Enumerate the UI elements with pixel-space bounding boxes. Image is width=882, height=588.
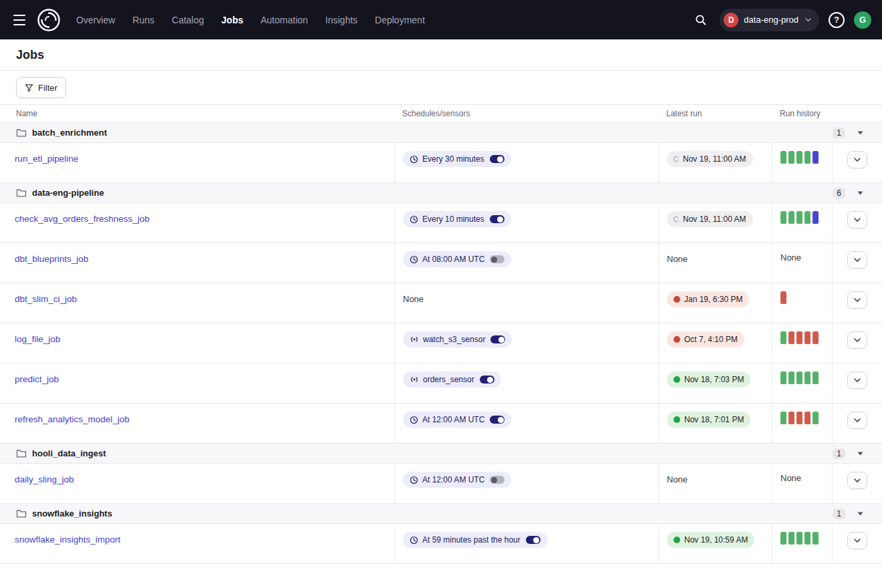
group-row-snowflake-insights[interactable]: snowflake_insights 1 (0, 504, 882, 524)
run-history-bar[interactable] (796, 151, 802, 164)
latest-run-pill[interactable]: Nov 18, 7:01 PM (667, 412, 750, 428)
schedule-toggle[interactable] (490, 255, 504, 263)
run-history-bar[interactable] (796, 412, 802, 424)
schedule-pill[interactable]: orders_sensor (403, 372, 501, 388)
folder-icon (16, 188, 27, 198)
run-history-bar[interactable] (796, 331, 802, 344)
run-history-bar[interactable] (788, 211, 794, 224)
schedule-toggle[interactable] (490, 476, 504, 484)
schedule-pill[interactable]: At 59 minutes past the hour (403, 532, 547, 548)
schedule-pill[interactable]: At 12:00 AM UTC (403, 472, 511, 488)
schedule-toggle[interactable] (480, 376, 494, 384)
run-history-bar[interactable] (780, 151, 786, 164)
job-name-link[interactable]: daily_sling_job (15, 474, 74, 484)
run-history (772, 283, 832, 323)
nav-link-catalog[interactable]: Catalog (172, 15, 204, 25)
job-name-link[interactable]: run_etl_pipeline (15, 154, 78, 164)
run-history-bar[interactable] (804, 372, 811, 384)
group-row-batch-enrichment[interactable]: batch_enrichment 1 (0, 123, 882, 143)
run-history-bar[interactable] (813, 372, 819, 384)
schedule-pill[interactable]: At 08:00 AM UTC (403, 251, 511, 267)
run-history-bar[interactable] (804, 211, 811, 224)
schedule-pill[interactable]: At 12:00 AM UTC (403, 412, 511, 428)
latest-run-pill[interactable]: Nov 18, 7:03 PM (667, 372, 750, 388)
nav-link-insights[interactable]: Insights (325, 15, 357, 25)
run-history (772, 203, 832, 243)
run-history-bar[interactable] (813, 151, 819, 164)
run-history-bar[interactable] (788, 412, 794, 424)
latest-run-pill[interactable]: Nov 19, 11:00 AM (667, 211, 753, 227)
nav-link-runs[interactable]: Runs (132, 15, 154, 25)
schedule-toggle[interactable] (490, 335, 505, 343)
expand-row-button[interactable] (847, 251, 867, 269)
filter-button[interactable]: Filter (16, 77, 66, 98)
deployment-switcher[interactable]: D data-eng-prod (720, 9, 819, 31)
nav-link-deployment[interactable]: Deployment (375, 15, 425, 25)
run-history-bar[interactable] (796, 372, 802, 384)
latest-run-label: Nov 19, 11:00 AM (683, 154, 746, 164)
job-name-link[interactable]: refresh_analytics_model_job (15, 414, 130, 424)
caret-down-icon[interactable] (855, 191, 866, 195)
nav-link-overview[interactable]: Overview (76, 15, 115, 25)
menu-button[interactable] (11, 13, 28, 27)
run-history-bar[interactable] (780, 291, 786, 304)
run-history-bar[interactable] (780, 372, 786, 384)
schedule-pill[interactable]: Every 10 minutes (403, 211, 511, 227)
dagster-logo[interactable] (36, 7, 61, 33)
job-name-link[interactable]: predict_job (15, 374, 59, 384)
nav-link-jobs[interactable]: Jobs (221, 15, 243, 25)
latest-run-pill[interactable]: Jan 19, 6:30 PM (667, 291, 749, 307)
expand-row-button[interactable] (847, 412, 867, 429)
user-avatar[interactable]: G (854, 11, 871, 29)
run-history-bar[interactable] (788, 372, 794, 384)
latest-run-cell: Nov 19, 10:59 AM Nov 19, 10:59 AM (658, 524, 772, 563)
expand-row-button[interactable] (847, 331, 867, 349)
nav-link-automation[interactable]: Automation (261, 15, 308, 25)
run-history-bar[interactable] (813, 412, 819, 424)
expand-row-button[interactable] (847, 472, 867, 489)
job-name-link[interactable]: dbt_blueprints_job (15, 254, 88, 264)
expand-row-button[interactable] (847, 211, 867, 229)
caret-down-icon[interactable] (855, 452, 866, 456)
caret-down-icon[interactable] (855, 131, 866, 135)
help-button[interactable]: ? (829, 12, 845, 28)
run-history-bar[interactable] (804, 151, 811, 164)
expand-row-button[interactable] (847, 532, 867, 549)
run-history-bar[interactable] (780, 412, 786, 424)
search-button[interactable] (692, 11, 710, 29)
run-history-bar[interactable] (813, 331, 819, 344)
expand-row-button[interactable] (847, 291, 867, 309)
run-history-bar[interactable] (796, 211, 802, 224)
schedule-toggle[interactable] (490, 215, 504, 223)
expand-row-button[interactable] (847, 151, 867, 168)
latest-run-pill[interactable]: Nov 19, 10:59 AM (667, 532, 754, 548)
group-row-data-eng-pipeline[interactable]: data-eng-pipeline 6 (0, 183, 882, 203)
job-name-link[interactable]: log_file_job (15, 334, 60, 344)
run-history-bar[interactable] (804, 331, 811, 344)
run-history-bar[interactable] (780, 211, 786, 224)
run-history-bar[interactable] (813, 211, 819, 224)
schedule-toggle[interactable] (490, 155, 504, 163)
run-history-bar[interactable] (813, 532, 819, 545)
schedule-toggle[interactable] (490, 416, 504, 424)
schedule-pill[interactable]: watch_s3_sensor (403, 331, 512, 347)
caret-down-icon[interactable] (855, 512, 866, 516)
job-name-link[interactable]: dbt_slim_ci_job (15, 294, 77, 304)
run-history-bar[interactable] (796, 532, 802, 545)
latest-run-pill[interactable]: Nov 19, 11:00 AM (667, 151, 753, 167)
run-history-bar[interactable] (788, 532, 794, 545)
latest-run-pill[interactable]: Oct 7, 4:10 PM (667, 331, 744, 347)
expand-row-button[interactable] (847, 372, 867, 389)
run-history-bar[interactable] (780, 331, 786, 344)
group-row-hooli-data-ingest[interactable]: hooli_data_ingest 1 (0, 444, 882, 464)
run-history-bar[interactable] (804, 412, 811, 424)
run-history-bar[interactable] (780, 532, 786, 545)
run-history-bar[interactable] (788, 151, 794, 164)
job-name-link[interactable]: snowflake_insights_import (15, 535, 120, 545)
schedule-pill[interactable]: Every 30 minutes (403, 151, 511, 167)
run-history-bar[interactable] (788, 331, 794, 344)
schedule-label: At 08:00 AM UTC (422, 255, 484, 264)
schedule-toggle[interactable] (526, 536, 541, 544)
job-name-link[interactable]: check_avg_orders_freshness_job (15, 214, 150, 224)
run-history-bar[interactable] (804, 532, 811, 545)
